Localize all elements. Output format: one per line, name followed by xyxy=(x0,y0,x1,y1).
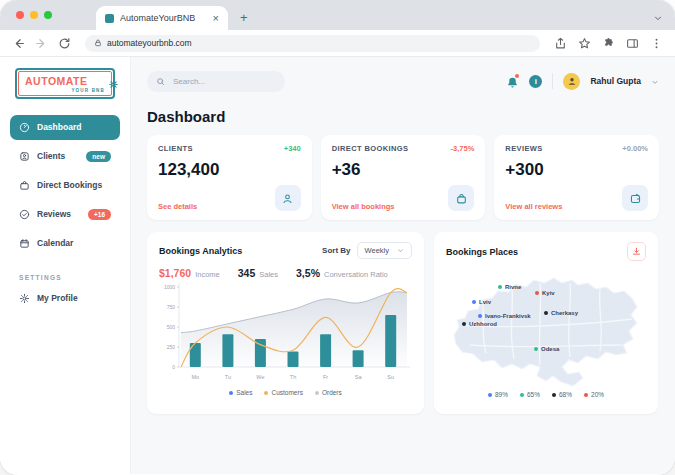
chevron-down-icon xyxy=(397,247,404,254)
chart-legend: SalesCustomersOrders xyxy=(159,389,412,396)
sort-by-label: Sort By xyxy=(322,246,350,255)
map-city-ivano-frankivsk: Ivano-Frankivsk xyxy=(478,313,531,319)
map-city-dot xyxy=(478,314,482,318)
sidebar-item-my-profile[interactable]: My Profile xyxy=(10,286,120,311)
download-button[interactable] xyxy=(627,242,646,261)
clients-icon xyxy=(19,151,30,162)
menu-dots-icon[interactable] xyxy=(650,37,663,50)
ukraine-map: RivneKyivLvivIvano-FrankivskUzhhorodCher… xyxy=(446,265,646,389)
lock-icon xyxy=(94,39,102,47)
stat-cards-row: CLIENTS+340123,400See detailsDIRECT BOOK… xyxy=(147,135,659,220)
legend-item-customers: Customers xyxy=(264,389,302,396)
notifications-bell-icon[interactable] xyxy=(506,75,519,88)
map-legend-item: 20% xyxy=(584,391,604,398)
map-city-label: Ivano-Frankivsk xyxy=(485,313,531,319)
stat-card-reviews: REVIEWS+0.00%+300View all reviews xyxy=(494,135,659,220)
share-icon[interactable] xyxy=(554,37,567,50)
sidebar-item-calendar[interactable]: Calendar xyxy=(10,231,120,256)
new-tab-button[interactable]: + xyxy=(240,10,248,25)
map-city-rivne: Rivne xyxy=(498,284,521,290)
svg-text:Su: Su xyxy=(387,374,394,380)
map-shape xyxy=(446,265,646,389)
stat-label: Sales xyxy=(259,270,278,279)
map-legend-dot xyxy=(552,393,556,397)
sort-by-select[interactable]: Weekly xyxy=(357,242,412,259)
svg-text:1000: 1000 xyxy=(164,284,175,290)
url-text: automateyourbnb.com xyxy=(107,38,192,48)
info-icon[interactable]: i xyxy=(529,75,542,88)
map-city-lviv: Lviv xyxy=(472,299,491,305)
panels-row: Bookings Analytics Sort By Weekly $1,760… xyxy=(147,232,659,414)
browser-tab[interactable]: AutomateYourBNB × xyxy=(96,6,228,30)
card-label: CLIENTS xyxy=(158,144,193,153)
svg-text:Th: Th xyxy=(290,374,296,380)
svg-text:Fr: Fr xyxy=(323,374,328,380)
sidebar-item-reviews[interactable]: Reviews+16 xyxy=(10,202,120,227)
card-delta: +0.00% xyxy=(622,144,648,153)
reload-icon[interactable] xyxy=(58,37,71,50)
browser-tab-strip: AutomateYourBNB × + xyxy=(0,0,675,30)
wallet-icon xyxy=(629,192,642,205)
reviews-icon xyxy=(19,209,30,220)
svg-text:Tu: Tu xyxy=(225,374,231,380)
card-link[interactable]: View all reviews xyxy=(505,202,562,211)
stat-value: $1,760 xyxy=(159,267,191,279)
map-city-label: Lviv xyxy=(479,299,491,305)
sidebar-item-direct-bookings[interactable]: Direct Bookings xyxy=(10,173,120,198)
map-legend-dot xyxy=(584,393,588,397)
user-menu-chevron-icon[interactable] xyxy=(651,72,659,90)
gear-icon xyxy=(19,293,30,304)
map-city-dot xyxy=(462,322,466,326)
stat-label: Income xyxy=(195,270,220,279)
map-legend: 89%65%68%20% xyxy=(446,391,646,398)
map-legend-value: 68% xyxy=(559,391,572,398)
side-panel-icon[interactable] xyxy=(626,37,639,50)
sidebar-item-label: My Profile xyxy=(37,293,78,303)
sidebar-badge: +16 xyxy=(88,209,111,220)
zoom-window-button[interactable] xyxy=(44,11,52,19)
card-link[interactable]: See details xyxy=(158,202,197,211)
extensions-icon[interactable] xyxy=(602,37,615,50)
main-content: i Rahul Gupta Dashboard CLIENTS+340123,4… xyxy=(131,57,675,474)
logo-text-main: AUTOMATE xyxy=(25,76,105,87)
avatar[interactable] xyxy=(563,73,580,90)
card-value: +300 xyxy=(505,160,648,180)
stat-card-clients: CLIENTS+340123,400See details xyxy=(147,135,312,220)
search-box[interactable] xyxy=(147,71,285,92)
sidebar-item-dashboard[interactable]: Dashboard xyxy=(10,115,120,140)
forward-icon[interactable] xyxy=(35,37,48,50)
settings-section-header: SETTINGS xyxy=(19,274,111,281)
analytics-stat-sales: 345Sales xyxy=(238,267,278,279)
card-icon-chip xyxy=(622,185,648,211)
logo-text-sub: YOUR BNB xyxy=(25,88,105,93)
tab-search-chevron-icon[interactable] xyxy=(653,9,663,27)
map-city-dot xyxy=(472,300,476,304)
bookmark-star-icon[interactable] xyxy=(578,37,591,50)
minimize-window-button[interactable] xyxy=(30,11,38,19)
map-city-dot xyxy=(535,291,539,295)
sidebar-item-label: Calendar xyxy=(37,238,73,248)
url-bar[interactable]: automateyourbnb.com xyxy=(85,35,540,52)
card-label: REVIEWS xyxy=(505,144,542,153)
app-body: AUTOMATE YOUR BNB DashboardClientsnewDir… xyxy=(0,57,675,474)
sidebar-badge: new xyxy=(86,151,111,162)
legend-label: Sales xyxy=(236,389,252,396)
legend-label: Customers xyxy=(271,389,302,396)
tab-close-icon[interactable]: × xyxy=(213,13,219,24)
search-input[interactable] xyxy=(171,76,276,87)
back-icon[interactable] xyxy=(12,37,25,50)
card-link[interactable]: View all bookings xyxy=(332,202,395,211)
map-city-odesa: Odesa xyxy=(534,346,559,352)
analytics-title: Bookings Analytics xyxy=(159,246,242,256)
card-delta: +340 xyxy=(284,144,301,153)
sidebar-item-label: Dashboard xyxy=(37,122,81,132)
analytics-stat-income: $1,760Income xyxy=(159,267,220,279)
sidebar-item-label: Clients xyxy=(37,151,65,161)
close-window-button[interactable] xyxy=(16,11,24,19)
browser-toolbar: automateyourbnb.com xyxy=(0,30,675,57)
sidebar-item-clients[interactable]: Clientsnew xyxy=(10,144,120,169)
svg-text:250: 250 xyxy=(167,344,176,350)
map-legend-dot xyxy=(488,393,492,397)
card-delta: -3,75% xyxy=(451,144,475,153)
map-legend-value: 65% xyxy=(527,391,540,398)
